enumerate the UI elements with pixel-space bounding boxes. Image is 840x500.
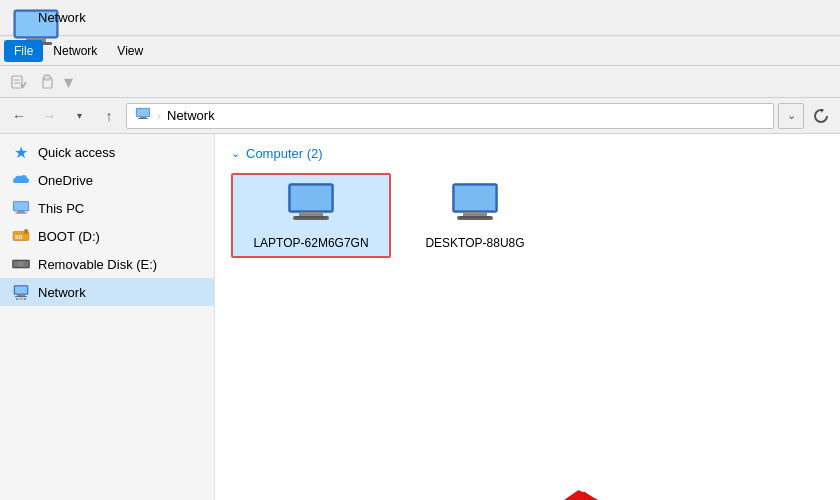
main-content: ★ Quick access OneDrive This PC <box>0 134 840 500</box>
svg-rect-4 <box>12 76 22 88</box>
sidebar: ★ Quick access OneDrive This PC <box>0 134 215 500</box>
nav-dropdown-btn[interactable]: ▾ <box>66 103 92 129</box>
menu-bar: File Network View <box>0 36 840 66</box>
svg-rect-43 <box>459 216 491 218</box>
svg-rect-15 <box>18 211 25 212</box>
sidebar-item-onedrive[interactable]: OneDrive <box>0 166 214 194</box>
svg-rect-25 <box>15 287 27 294</box>
section-header: ⌄ Computer (2) <box>231 146 824 161</box>
desktop-label: DESKTOP-88U8G <box>425 236 524 250</box>
desktop-computer-icon <box>449 182 501 230</box>
nav-back-btn[interactable]: ← <box>6 103 32 129</box>
quick-access-icon: ★ <box>12 143 30 161</box>
address-field-text: Network <box>167 108 215 123</box>
toolbar-paste-btn[interactable] <box>34 70 60 94</box>
nav-up-btn[interactable]: ↑ <box>96 103 122 129</box>
svg-rect-40 <box>455 186 495 210</box>
toolbar-divider: ▾ <box>62 71 75 93</box>
address-dropdown-btn[interactable]: ⌄ <box>778 103 804 129</box>
svg-rect-34 <box>291 186 331 210</box>
network-item-laptop[interactable]: LAPTOP-62M6G7GN <box>231 173 391 258</box>
menu-network[interactable]: Network <box>43 40 107 62</box>
toolbar: ▾ <box>0 66 840 98</box>
sidebar-item-label: This PC <box>38 201 84 216</box>
sidebar-item-quick-access[interactable]: ★ Quick access <box>0 138 214 166</box>
laptop-label: LAPTOP-62M6G7GN <box>253 236 368 250</box>
sidebar-item-label: OneDrive <box>38 173 93 188</box>
section-label: Computer (2) <box>246 146 323 161</box>
svg-rect-8 <box>44 75 50 80</box>
title-bar-icon <box>10 8 30 28</box>
svg-rect-12 <box>138 118 148 119</box>
svg-text:SD: SD <box>15 234 23 240</box>
sidebar-item-network[interactable]: Network <box>0 278 214 306</box>
svg-point-30 <box>16 298 18 300</box>
this-pc-icon <box>12 199 30 217</box>
svg-marker-44 <box>550 480 670 500</box>
sidebar-item-boot-d[interactable]: SD BOOT (D:) <box>0 222 214 250</box>
svg-marker-45 <box>545 480 663 500</box>
network-icon <box>12 283 30 301</box>
svg-rect-41 <box>463 212 487 216</box>
address-field-icon <box>135 107 151 124</box>
sidebar-item-label: Network <box>38 285 86 300</box>
svg-rect-14 <box>14 202 28 210</box>
sidebar-item-label: BOOT (D:) <box>38 229 100 244</box>
address-breadcrumb-separator: › <box>157 109 161 123</box>
toolbar-check-btn[interactable] <box>6 70 32 94</box>
svg-rect-27 <box>15 296 27 297</box>
removable-e-icon <box>12 255 30 273</box>
sidebar-item-this-pc[interactable]: This PC <box>0 194 214 222</box>
sidebar-item-removable-e[interactable]: Removable Disk (E:) <box>0 250 214 278</box>
svg-rect-11 <box>140 117 146 118</box>
sidebar-item-label: Quick access <box>38 145 115 160</box>
svg-point-23 <box>20 263 22 265</box>
svg-rect-35 <box>299 212 323 216</box>
title-bar: Network <box>0 0 840 36</box>
svg-rect-26 <box>17 295 25 297</box>
refresh-btn[interactable] <box>808 103 834 129</box>
svg-rect-16 <box>15 213 26 214</box>
network-item-desktop[interactable]: DESKTOP-88U8G <box>395 173 555 258</box>
laptop-computer-icon <box>285 182 337 230</box>
address-field: › Network <box>126 103 774 129</box>
sidebar-item-label: Removable Disk (E:) <box>38 257 157 272</box>
svg-rect-37 <box>295 216 327 218</box>
items-grid: LAPTOP-62M6G7GN DESKTOP-88U8G <box>231 173 824 258</box>
menu-file[interactable]: File <box>4 40 43 62</box>
boot-d-icon: SD <box>12 227 30 245</box>
nav-forward-btn[interactable]: → <box>36 103 62 129</box>
menu-view[interactable]: View <box>107 40 153 62</box>
svg-rect-19 <box>24 229 27 234</box>
onedrive-icon <box>12 171 30 189</box>
svg-rect-10 <box>137 109 149 116</box>
address-bar: ← → ▾ ↑ › Network ⌄ <box>0 98 840 134</box>
content-area: ⌄ Computer (2) LAPTOP-62M6G7GN <box>215 134 840 500</box>
section-toggle[interactable]: ⌄ <box>231 147 240 160</box>
title-bar-title: Network <box>38 10 86 25</box>
svg-point-31 <box>24 298 26 300</box>
